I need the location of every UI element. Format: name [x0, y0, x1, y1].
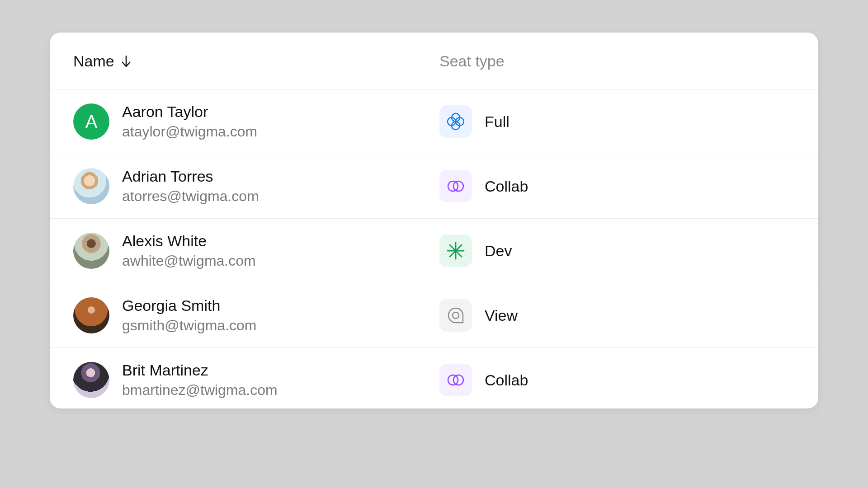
users-table-card: Name Seat type A Aaron Taylor ataylor@tw…: [50, 33, 818, 408]
avatar: [73, 233, 109, 269]
dev-seat-icon: [439, 235, 472, 267]
avatar: [73, 297, 109, 333]
user-email: atorres@twigma.com: [122, 188, 259, 205]
seat-type-label: Collab: [485, 178, 528, 195]
avatar-initial: A: [85, 112, 98, 132]
table-row[interactable]: Alexis White awhite@twigma.com Dev: [50, 219, 818, 283]
user-cell: Brit Martinez bmartinez@twigma.com: [73, 361, 439, 399]
svg-point-10: [453, 312, 459, 319]
seat-cell[interactable]: Full: [439, 105, 795, 138]
column-header-seat-type[interactable]: Seat type: [439, 52, 795, 70]
table-row[interactable]: A Aaron Taylor ataylor@twigma.com Full: [50, 89, 818, 154]
user-email: bmartinez@twigma.com: [122, 382, 278, 399]
user-text: Brit Martinez bmartinez@twigma.com: [122, 361, 278, 399]
user-cell: A Aaron Taylor ataylor@twigma.com: [73, 103, 439, 140]
table-header: Name Seat type: [50, 33, 818, 89]
seat-type-label: Dev: [485, 242, 512, 260]
seat-cell[interactable]: Dev: [439, 235, 795, 267]
seat-type-label: View: [485, 307, 518, 324]
view-seat-icon: [439, 299, 472, 332]
user-name: Aaron Taylor: [122, 103, 257, 121]
column-header-seat-label: Seat type: [439, 52, 505, 70]
collab-seat-icon: [439, 170, 472, 202]
seat-cell[interactable]: Collab: [439, 170, 795, 202]
column-header-name[interactable]: Name: [73, 52, 439, 70]
user-text: Alexis White awhite@twigma.com: [122, 232, 256, 269]
sort-arrow-down-icon: [121, 55, 132, 68]
user-name: Adrian Torres: [122, 168, 259, 185]
seat-type-label: Collab: [485, 371, 528, 389]
avatar: [73, 168, 109, 204]
user-cell: Alexis White awhite@twigma.com: [73, 232, 439, 269]
seat-type-label: Full: [485, 113, 509, 131]
user-text: Adrian Torres atorres@twigma.com: [122, 168, 259, 205]
full-seat-icon: [439, 105, 472, 138]
user-name: Alexis White: [122, 232, 256, 250]
seat-cell[interactable]: View: [439, 299, 795, 332]
seat-cell[interactable]: Collab: [439, 364, 795, 396]
table-row[interactable]: Adrian Torres atorres@twigma.com Collab: [50, 154, 818, 219]
table-row[interactable]: Brit Martinez bmartinez@twigma.com Colla…: [50, 348, 818, 408]
avatar: A: [73, 103, 109, 140]
column-header-name-label: Name: [73, 52, 114, 70]
user-cell: Adrian Torres atorres@twigma.com: [73, 168, 439, 205]
table-row[interactable]: Georgia Smith gsmith@twigma.com View: [50, 283, 818, 348]
user-email: ataylor@twigma.com: [122, 123, 257, 140]
user-text: Georgia Smith gsmith@twigma.com: [122, 297, 256, 334]
avatar: [73, 362, 109, 398]
user-email: gsmith@twigma.com: [122, 317, 256, 334]
user-email: awhite@twigma.com: [122, 253, 256, 269]
user-name: Brit Martinez: [122, 361, 278, 379]
collab-seat-icon: [439, 364, 472, 396]
user-name: Georgia Smith: [122, 297, 256, 314]
user-text: Aaron Taylor ataylor@twigma.com: [122, 103, 257, 140]
user-cell: Georgia Smith gsmith@twigma.com: [73, 297, 439, 334]
